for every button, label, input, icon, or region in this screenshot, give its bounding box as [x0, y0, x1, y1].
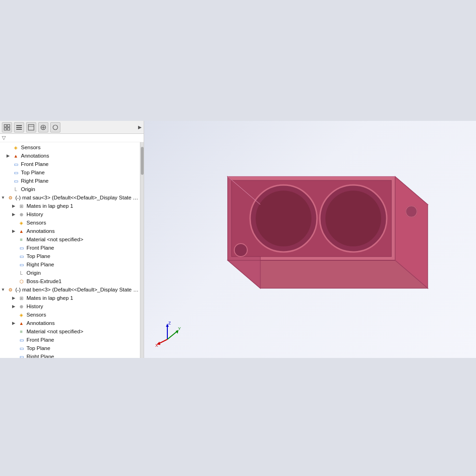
panel-expand-arrow[interactable]: ▶ [138, 125, 142, 130]
tree-label-boss-extrude1: Boss-Extrude1 [26, 278, 61, 284]
icon-plane: ▭ [12, 169, 20, 176]
tree-item-sensors-top[interactable]: ◈Sensors [0, 143, 140, 152]
tree-item-boss-extrude1[interactable]: ⬡Boss-Extrude1 [0, 277, 140, 285]
tree-item-front-plane1[interactable]: ▭Front Plane [0, 244, 140, 252]
tree-label-annotations-top: Annotations [21, 153, 49, 159]
tree-label-material2: Material <not specified> [26, 329, 83, 334]
tree-label-origin1: Origin [26, 270, 41, 276]
svg-rect-1 [7, 125, 10, 127]
svg-rect-3 [7, 128, 10, 130]
tree-item-right-plane1[interactable]: ▭Right Plane [0, 260, 140, 269]
tree-item-sensors2[interactable]: ◈Sensors [0, 311, 140, 319]
viewport: Z Y X [144, 121, 476, 358]
filter-icon: ▽ [2, 135, 6, 141]
tree-label-front-plane1: Front Plane [26, 245, 54, 251]
icon-plane: ▭ [18, 337, 25, 343]
tree-item-annotations1[interactable]: ▶▲Annotations [0, 227, 140, 235]
panel-toolbar: ▶ [0, 121, 144, 134]
tree-item-annotations-top[interactable]: ▶▲Annotations [0, 152, 140, 160]
svg-text:X: X [155, 343, 158, 348]
filter-row: ▽ [0, 134, 144, 142]
tree-item-top-plane-top[interactable]: ▭Top Plane [0, 168, 140, 177]
icon-plane: ▭ [12, 161, 20, 167]
toolbar-btn-1[interactable] [2, 122, 12, 132]
icon-annotation: ▲ [18, 320, 25, 326]
icon-origin: L [18, 270, 25, 276]
toolbar-btn-3[interactable] [26, 122, 36, 132]
panel-scrollbar[interactable] [140, 142, 144, 358]
scrollbar-thumb[interactable] [141, 147, 144, 175]
icon-sensor: ◈ [18, 219, 25, 226]
tree-item-top-plane1[interactable]: ▭Top Plane [0, 252, 140, 260]
tree-item-material1[interactable]: ≡Material <not specified> [0, 235, 140, 244]
svg-rect-0 [4, 125, 7, 127]
tree-label-top-plane2: Top Plane [26, 345, 50, 351]
icon-history: ⊕ [18, 303, 25, 310]
tree-item-origin1[interactable]: LOrigin [0, 269, 140, 277]
tree-label-annotations1: Annotations [26, 228, 55, 234]
toolbar-btn-4[interactable] [38, 122, 48, 132]
icon-gear: ⚙ [7, 286, 14, 293]
tree-item-front-plane2[interactable]: ▭Front Plane [0, 336, 140, 344]
tree-label-mat-sau3: (-) mat sau<3> (Default<<Default>_Displa… [15, 195, 140, 200]
tree-item-right-plane2[interactable]: ▭Right Plane [0, 352, 140, 358]
expand-arrow-annotations1[interactable]: ▶ [12, 229, 18, 233]
tree-label-mates1: Mates in lap ghep 1 [26, 203, 73, 209]
tree-item-front-plane-top[interactable]: ▭Front Plane [0, 160, 140, 168]
svg-rect-2 [4, 128, 7, 130]
svg-text:Z: Z [168, 321, 171, 325]
svg-point-12 [53, 125, 58, 130]
svg-text:Y: Y [178, 326, 181, 331]
tree-label-right-plane2: Right Plane [26, 354, 54, 358]
tree-label-sensors-top: Sensors [21, 145, 40, 150]
icon-plane: ▭ [18, 345, 25, 351]
icon-history: ⊕ [18, 211, 25, 218]
tree-label-front-plane-top: Front Plane [21, 161, 48, 167]
tree-item-material2[interactable]: ≡Material <not specified> [0, 327, 140, 336]
axis-indicator: Z Y X [153, 321, 181, 349]
toolbar-btn-5[interactable] [50, 122, 60, 132]
icon-plane: ▭ [12, 178, 20, 184]
svg-rect-4 [16, 125, 22, 126]
top-area [0, 0, 476, 121]
feature-tree-panel: ▶ ▽ ◈Sensors▶▲Annotations ▭Front Plane ▭… [0, 121, 144, 358]
icon-gear: ⚙ [7, 194, 14, 201]
expand-arrow-history2[interactable]: ▶ [12, 304, 18, 309]
icon-annotation: ▲ [12, 152, 20, 159]
tree-item-annotations2[interactable]: ▶▲Annotations [0, 319, 140, 327]
tree-item-history1[interactable]: ▶⊕History [0, 210, 140, 218]
tree-item-history2[interactable]: ▶⊕History [0, 302, 140, 311]
expand-arrow-mat-ben3[interactable]: ▼ [1, 287, 7, 292]
tree-item-mat-ben3[interactable]: ▼⚙(-) mat ben<3> (Default<<Default>_Disp… [0, 285, 140, 294]
expand-arrow-history1[interactable]: ▶ [12, 212, 18, 217]
tree-label-sensors1: Sensors [26, 220, 46, 225]
tree-item-top-plane2[interactable]: ▭Top Plane [0, 344, 140, 352]
tree-label-material1: Material <not specified> [26, 237, 83, 242]
icon-plane: ▭ [18, 245, 25, 251]
icon-material: ≡ [18, 236, 25, 243]
tree-item-mates2[interactable]: ▶⊞Mates in lap ghep 1 [0, 294, 140, 302]
tree-label-front-plane2: Front Plane [26, 337, 54, 343]
expand-arrow-annotations2[interactable]: ▶ [12, 321, 18, 325]
icon-origin: L [12, 186, 20, 192]
svg-rect-6 [16, 129, 22, 130]
expand-arrow-annotations-top[interactable]: ▶ [7, 153, 12, 158]
expand-arrow-mat-sau3[interactable]: ▼ [1, 195, 7, 200]
toolbar-btn-2[interactable] [14, 122, 24, 132]
icon-material: ≡ [18, 328, 25, 335]
tree-item-sensors1[interactable]: ◈Sensors [0, 218, 140, 227]
tree-label-top-plane1: Top Plane [26, 253, 50, 259]
tree-label-history1: History [26, 212, 43, 217]
expand-arrow-mates1[interactable]: ▶ [12, 204, 18, 208]
svg-rect-7 [28, 125, 34, 130]
tree-item-origin-top[interactable]: LOrigin [0, 185, 140, 193]
icon-extrude: ⬡ [18, 278, 25, 284]
tree-label-history2: History [26, 304, 43, 309]
tree-item-right-plane-top[interactable]: ▭Right Plane [0, 177, 140, 185]
expand-arrow-mates2[interactable]: ▶ [12, 296, 18, 300]
icon-plane: ▭ [18, 353, 25, 358]
tree-item-mat-sau3[interactable]: ▼⚙(-) mat sau<3> (Default<<Default>_Disp… [0, 193, 140, 202]
tree-item-mates1[interactable]: ▶⊞Mates in lap ghep 1 [0, 202, 140, 210]
icon-annotation: ▲ [18, 228, 25, 234]
tree-label-sensors2: Sensors [26, 312, 46, 317]
